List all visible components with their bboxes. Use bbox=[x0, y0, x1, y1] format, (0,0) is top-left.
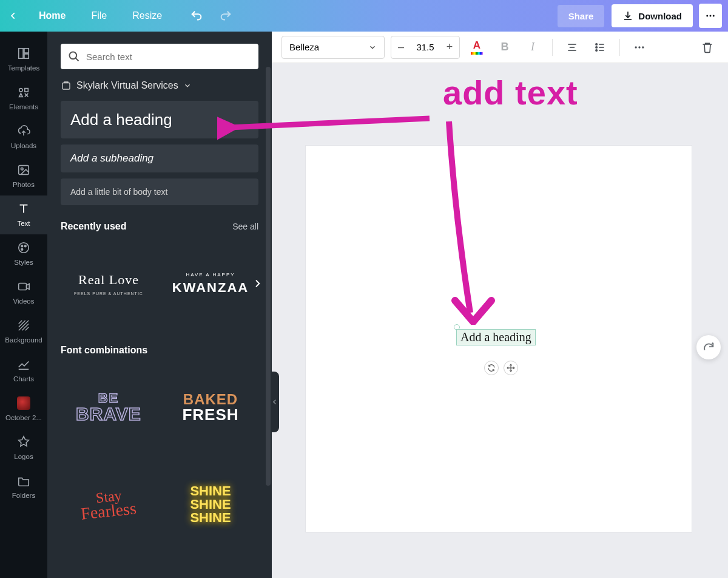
download-label: Download bbox=[638, 11, 682, 21]
rail-folders[interactable]: Folders bbox=[0, 467, 47, 506]
back-button[interactable] bbox=[6, 8, 21, 23]
help-fab[interactable] bbox=[696, 335, 721, 359]
rail-label: Templates bbox=[8, 64, 39, 72]
svg-point-12 bbox=[21, 248, 23, 250]
svg-point-29 bbox=[638, 46, 640, 48]
svg-point-6 bbox=[19, 89, 23, 92]
text-color-icon: A bbox=[473, 39, 480, 52]
svg-point-11 bbox=[24, 245, 26, 247]
svg-point-24 bbox=[596, 49, 598, 51]
file-menu[interactable]: File bbox=[84, 7, 114, 25]
rail-charts[interactable]: Charts bbox=[0, 351, 47, 390]
font-size-stepper: – 31.5 + bbox=[391, 36, 460, 59]
font-family-select[interactable]: Belleza bbox=[281, 36, 385, 59]
svg-point-1 bbox=[710, 15, 712, 17]
rail-uploads[interactable]: Uploads bbox=[0, 118, 47, 157]
rail-styles[interactable]: Styles bbox=[0, 234, 47, 273]
search-icon bbox=[68, 50, 80, 63]
decrease-size-button[interactable]: – bbox=[391, 41, 411, 53]
add-body-button[interactable]: Add a little bit of body text bbox=[61, 178, 258, 205]
font-size-value[interactable]: 31.5 bbox=[411, 42, 440, 52]
refresh-icon bbox=[702, 341, 715, 354]
svg-point-9 bbox=[19, 243, 29, 253]
trash-icon bbox=[701, 41, 713, 53]
font-name: Belleza bbox=[289, 42, 319, 52]
share-button[interactable]: Share bbox=[558, 5, 605, 27]
redo-button[interactable] bbox=[215, 5, 236, 26]
rail-templates[interactable]: Templates bbox=[0, 40, 47, 79]
italic-button[interactable]: I bbox=[522, 36, 544, 58]
canvas-text-element[interactable]: Add a heading bbox=[456, 329, 536, 345]
text-color-button[interactable]: A bbox=[466, 36, 488, 58]
more-options-button[interactable] bbox=[629, 36, 650, 58]
recent-template-kwanzaa[interactable]: HAVE A HAPPY KWANZAA bbox=[163, 238, 258, 329]
increase-size-button[interactable]: + bbox=[440, 41, 459, 53]
search-box[interactable] bbox=[61, 44, 258, 69]
thumb-line2: FRESH bbox=[182, 407, 238, 423]
recently-used-heading: Recently used bbox=[61, 221, 126, 232]
combo-baked-fresh[interactable]: BAKED FRESH bbox=[163, 362, 258, 453]
download-button[interactable]: Download bbox=[612, 4, 693, 27]
list-button[interactable] bbox=[589, 36, 611, 58]
resize-menu[interactable]: Resize bbox=[125, 7, 169, 25]
add-subheading-button[interactable]: Add a subheading bbox=[61, 144, 258, 172]
download-icon bbox=[622, 10, 633, 21]
rail-elements[interactable]: Elements bbox=[0, 79, 47, 118]
align-button[interactable] bbox=[561, 36, 583, 58]
search-input[interactable] bbox=[86, 52, 251, 62]
thumb-line1: SHINE bbox=[190, 484, 231, 498]
top-bar: Home File Resize Share Download bbox=[0, 0, 728, 32]
charts-icon bbox=[16, 357, 31, 372]
rail-label: Styles bbox=[14, 259, 33, 266]
elements-icon bbox=[16, 85, 31, 100]
svg-point-23 bbox=[596, 46, 598, 48]
add-body-label: Add a little bit of body text bbox=[70, 187, 167, 197]
thumb-line1: BAKED bbox=[183, 392, 238, 407]
sync-icon bbox=[487, 364, 496, 372]
bold-button[interactable]: B bbox=[494, 36, 516, 58]
move-button[interactable] bbox=[504, 361, 518, 375]
rail-october[interactable]: October 2... bbox=[0, 390, 47, 429]
svg-point-10 bbox=[21, 245, 23, 247]
rail-photos[interactable]: Photos bbox=[0, 157, 47, 195]
more-button[interactable] bbox=[699, 4, 722, 28]
annotation-arrow-1 bbox=[217, 106, 436, 143]
thumb-line2: BRAVE bbox=[76, 405, 141, 423]
rail-logos[interactable]: Logos bbox=[0, 429, 47, 467]
rail-label: Elements bbox=[9, 103, 38, 110]
svg-rect-5 bbox=[24, 54, 29, 58]
svg-rect-4 bbox=[24, 49, 29, 53]
svg-rect-17 bbox=[62, 83, 70, 90]
thumb-line2: Fearless bbox=[80, 500, 137, 522]
styles-icon bbox=[16, 240, 31, 255]
italic-icon: I bbox=[531, 41, 534, 53]
rail-label: Charts bbox=[13, 375, 34, 382]
svg-point-22 bbox=[596, 43, 598, 45]
see-all-link[interactable]: See all bbox=[232, 222, 258, 231]
svg-point-8 bbox=[21, 168, 23, 170]
delete-button[interactable] bbox=[696, 36, 718, 58]
folder-thumb-icon bbox=[16, 396, 31, 410]
recent-template-real-love[interactable]: Real Love FEELS PURE & AUTHENTIC bbox=[61, 238, 157, 329]
next-arrow-button[interactable] bbox=[252, 279, 262, 288]
add-subheading-label: Add a subheading bbox=[70, 152, 153, 165]
combo-shine[interactable]: SHINE SHINE SHINE bbox=[163, 459, 258, 550]
rail-text[interactable]: Text bbox=[0, 195, 47, 234]
rail-background[interactable]: Background bbox=[0, 312, 47, 351]
undo-button[interactable] bbox=[186, 5, 207, 26]
combo-stay-fearless[interactable]: Stay Fearless bbox=[61, 459, 157, 550]
sync-button[interactable] bbox=[484, 361, 499, 375]
rail-label: Logos bbox=[14, 453, 33, 460]
rail-videos[interactable]: Videos bbox=[0, 273, 47, 312]
home-menu[interactable]: Home bbox=[32, 7, 73, 25]
rail-label: Videos bbox=[13, 298, 35, 305]
svg-line-31 bbox=[229, 118, 430, 127]
svg-rect-3 bbox=[19, 49, 23, 59]
svg-rect-7 bbox=[19, 166, 29, 175]
align-icon bbox=[566, 41, 578, 53]
videos-icon bbox=[16, 279, 31, 294]
combo-be-brave[interactable]: BE BRAVE bbox=[61, 362, 157, 453]
brand-kit-dropdown[interactable]: Skylark Virtual Services bbox=[61, 80, 258, 91]
rail-label: October 2... bbox=[5, 414, 42, 421]
thumb-title: Real Love bbox=[78, 272, 139, 288]
